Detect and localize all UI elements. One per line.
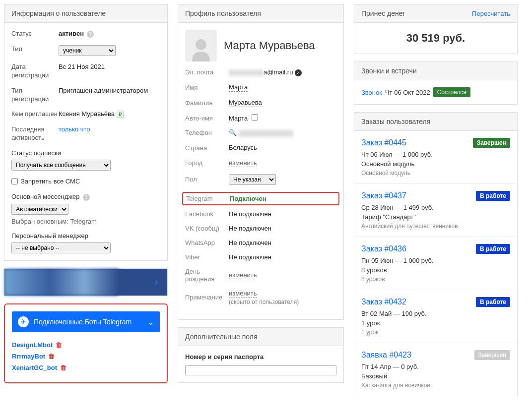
order-title-link[interactable]: Заказ #0432 (361, 298, 406, 306)
surname-row: Фамилия Муравьева (185, 99, 336, 107)
status-value: активен (59, 30, 84, 37)
trash-icon[interactable]: 🗑 (60, 364, 66, 371)
birthday-change-link[interactable]: изменить (229, 271, 257, 279)
profile-header: Профиль пользователя (178, 4, 343, 23)
city-label: Город (185, 159, 229, 167)
order-date: Пн 05 Июн — 1 000 руб. (361, 257, 510, 264)
phone-row: Телефон 🔍 (185, 129, 336, 137)
note-label: Примечание (185, 294, 229, 301)
telegram-icon: ✈ (18, 316, 29, 327)
bot-entry[interactable]: RrrmayBot🗑 (12, 353, 160, 360)
country-label: Страна (185, 144, 229, 152)
status-row: Статус активен? (11, 30, 160, 38)
phone-blurred (239, 130, 293, 137)
money-header: Принес денег (361, 9, 405, 17)
telegram-label: Telegram (186, 195, 230, 202)
main-messenger-select[interactable]: Автоматически (11, 204, 68, 215)
order-title-link[interactable]: Заказ #0437 (361, 191, 406, 200)
telegram-value: Подключен (230, 195, 335, 202)
lastact-value[interactable]: только что (59, 125, 160, 133)
type-label: Тип (11, 45, 59, 54)
order-subtitle: 1 урок (361, 329, 510, 336)
surname-label: Фамилия (185, 99, 229, 107)
order-status-badge: Завершен (474, 350, 510, 360)
pm-select[interactable]: -- не выбрано -- (11, 242, 111, 253)
substatus-select[interactable]: Получать все сообщения (11, 160, 111, 171)
order-subtitle: 8 уроков (361, 276, 510, 283)
forbid-sms-checkbox[interactable] (11, 178, 18, 184)
user-info-panel: Информация о пользователе Статус активен… (4, 4, 168, 261)
order-title-link[interactable]: Заказ #0436 (361, 244, 406, 253)
bot-name[interactable]: XeniartGC_bot (12, 364, 57, 371)
name-label: Имя (185, 84, 229, 91)
order-status-badge: Завершен (473, 138, 510, 148)
autoname-row: Авто-имя Марта (185, 114, 336, 122)
autoname-checkbox[interactable] (252, 114, 258, 120)
chevron-right-icon[interactable]: › (155, 276, 158, 289)
order-product: Базовый (361, 372, 510, 380)
surname-value[interactable]: Муравьева (229, 99, 262, 107)
invitedby-row: Кем приглашен Ксения Муравьёва₽ (11, 110, 160, 119)
type-select[interactable]: ученик (59, 45, 116, 56)
order-item: Заказ #0432В работеВт 02 Май — 190 руб.1… (354, 290, 517, 343)
regtype-value: Приглашен администратором (59, 87, 160, 94)
order-title-link[interactable]: Заявка #0423 (361, 351, 411, 360)
calls-header: Звонки и встречи (354, 62, 517, 80)
gender-select[interactable]: Не указан (229, 174, 276, 185)
recalc-link[interactable]: Пересчитать (472, 10, 510, 17)
orders-panel: Заказы пользователя Заказ #0445ЗавершенЧ… (354, 112, 518, 396)
lastact-row: Последняя активность только что (11, 125, 160, 142)
verified-icon: ✓ (295, 69, 302, 76)
chevron-down-icon[interactable]: ⌄ (147, 317, 154, 327)
email-suffix: a@mail.ru (264, 68, 293, 76)
telegram-row-highlight: Telegram Подключен (182, 192, 339, 205)
person-icon (188, 35, 214, 61)
viber-value: Не подключен (229, 253, 336, 261)
passport-label: Номер и серия паспорта (185, 353, 336, 360)
regtype-row: Тип регистрации Приглашен администраторо… (11, 87, 160, 104)
call-date: Чт 06 Окт 2022 (385, 89, 430, 96)
birthday-label: День рождения (185, 268, 229, 283)
trash-icon[interactable]: 🗑 (56, 341, 62, 349)
regtype-label: Тип регистрации (11, 87, 59, 104)
call-link[interactable]: Звонок (361, 89, 382, 96)
blurred-panel[interactable]: › (4, 268, 168, 296)
name-value[interactable]: Марта (229, 83, 248, 92)
trash-icon[interactable]: 🗑 (48, 353, 55, 360)
facebook-value: Не подключен (229, 210, 336, 218)
help-icon[interactable]: ? (83, 194, 90, 201)
email-label: Эл. почта (185, 68, 229, 76)
whatsapp-label: WhatsApp (185, 239, 229, 246)
fullname: Марта Муравьева (224, 39, 315, 52)
email-row: Эл. почта a@mail.ru ✓ (185, 67, 336, 76)
money-value: 30 519 руб. (354, 23, 517, 54)
bot-entry[interactable]: DesignLMbot🗑 (12, 341, 160, 349)
regdate-value: Вс 21 Ноя 2021 (59, 63, 160, 70)
passport-input[interactable] (185, 365, 336, 375)
bot-name[interactable]: DesignLMbot (12, 341, 53, 349)
note-change-link[interactable]: изменить (229, 290, 257, 298)
country-value[interactable]: Беларусь (229, 144, 257, 152)
order-item: Заявка #0423ЗавершенПт 14 Апр — 0 руб.Ба… (354, 343, 517, 396)
forbid-sms-row[interactable]: Запретить все СМС (11, 178, 160, 185)
city-change-link[interactable]: изменить (229, 159, 257, 167)
order-item: Заказ #0437В работеСр 28 Июн — 1 499 руб… (354, 184, 517, 237)
order-title-link[interactable]: Заказ #0445 (361, 138, 406, 147)
extra-fields-header: Дополнительные поля (178, 328, 343, 346)
calls-panel: Звонки и встречи Звонок Чт 06 Окт 2022 С… (354, 61, 518, 105)
order-subtitle: Хатха-йога для новичков (361, 382, 510, 389)
note-sub: (скрыто от пользователя) (229, 299, 336, 305)
name-row: Имя Марта (185, 83, 336, 92)
order-product: Основной модуль (361, 160, 510, 168)
bot-entry[interactable]: XeniartGC_bot🗑 (12, 364, 160, 371)
telegram-bots-panel: ✈ Подключенные Боты Telegram ⌄ DesignLMb… (4, 303, 168, 383)
bot-name[interactable]: RrrmayBot (12, 353, 45, 360)
avatar (185, 30, 217, 61)
telegram-bots-bar[interactable]: ✈ Подключенные Боты Telegram ⌄ (12, 311, 160, 332)
viber-row: Viber Не подключен (185, 253, 336, 261)
vk-value: Не подключен (229, 225, 336, 232)
order-product: 8 уроков (361, 266, 510, 274)
search-icon[interactable]: 🔍 (229, 129, 237, 136)
help-icon[interactable]: ? (87, 31, 94, 38)
invitedby-label: Кем приглашен (11, 110, 59, 119)
